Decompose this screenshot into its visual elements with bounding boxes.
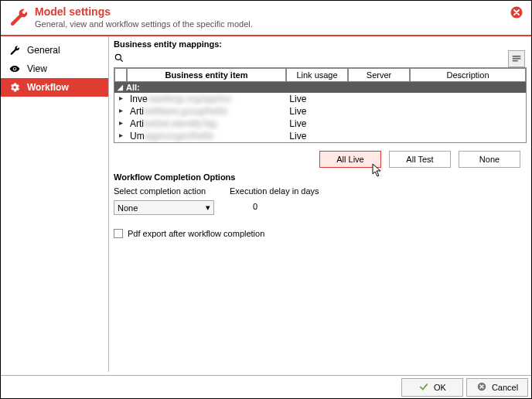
row-prefix: Arti — [130, 106, 144, 117]
row-prefix: Um — [130, 131, 145, 142]
row-usage: Live — [286, 130, 348, 142]
svg-rect-3 — [513, 58, 521, 60]
col-header-item[interactable]: Business entity item — [127, 68, 286, 82]
gear-icon — [9, 81, 21, 94]
dialog-subtitle: General, view and workflow settings of t… — [35, 19, 523, 29]
col-header-usage[interactable]: Link usage — [286, 68, 348, 82]
eye-icon — [9, 63, 21, 75]
svg-point-1 — [115, 54, 121, 60]
table-row[interactable]: ▸ UmlagerungenRefId Live — [114, 130, 526, 142]
delay-value[interactable]: 0 — [230, 202, 319, 211]
row-prefix: Arti — [130, 118, 144, 129]
table-row[interactable]: ▸ ArtikelSet.identifyTag Live — [114, 118, 526, 130]
search-icon[interactable] — [114, 53, 124, 63]
mappings-table: Business entity item Link usage Server D… — [114, 67, 527, 143]
group-label: All: — [126, 83, 140, 92]
redacted-text: ntarMngr.orgAppSvc — [148, 94, 232, 104]
check-icon — [418, 381, 429, 394]
collapse-icon: ◢ — [118, 84, 123, 91]
cancel-icon — [476, 381, 487, 394]
pdf-export-checkbox[interactable] — [114, 229, 123, 238]
col-header-server[interactable]: Server — [348, 68, 410, 82]
wrench-icon — [9, 7, 29, 27]
cancel-button[interactable]: Cancel — [466, 378, 528, 397]
column-chooser-button[interactable] — [508, 50, 525, 67]
redacted-text: kelSet.identifyTag — [144, 118, 217, 129]
sidebar-item-label: View — [27, 63, 47, 74]
expand-icon[interactable]: ▸ — [114, 105, 127, 118]
dialog-header: Model settings General, view and workflo… — [1, 1, 531, 36]
main-panel: Business entity mappings: Business entit… — [109, 36, 531, 372]
row-usage: Live — [286, 105, 348, 118]
sidebar-item-label: General — [27, 45, 60, 56]
cursor-icon — [372, 163, 383, 180]
sidebar-item-view[interactable]: View — [1, 60, 108, 78]
action-label: Select completion action — [114, 186, 214, 196]
action-value: None — [118, 203, 138, 213]
svg-rect-2 — [513, 56, 521, 57]
sidebar-item-general[interactable]: General — [1, 41, 108, 60]
wco-title: Workflow Completion Options — [114, 169, 531, 186]
row-prefix: Inve — [130, 94, 148, 104]
sidebar-item-label: Workflow — [27, 82, 69, 93]
all-test-button[interactable]: All Test — [389, 151, 451, 168]
chevron-down-icon: ▾ — [206, 203, 210, 213]
wrench-icon — [9, 44, 21, 56]
none-button[interactable]: None — [459, 151, 520, 168]
group-row-all[interactable]: ◢ All: — [114, 82, 526, 93]
dialog-title: Model settings — [35, 5, 523, 18]
row-usage: Live — [286, 118, 348, 130]
expand-icon[interactable]: ▸ — [114, 130, 127, 142]
section-title: Business entity mappings: — [114, 39, 531, 50]
ok-label: OK — [434, 383, 446, 392]
redacted-text: kelMaint.groupRefId — [144, 106, 227, 117]
sidebar-item-workflow[interactable]: Workflow — [1, 78, 108, 97]
table-row[interactable]: ▸ ArtikelMaint.groupRefId Live — [114, 105, 526, 118]
redacted-text: lagerungenRefId — [145, 131, 213, 142]
sidebar: General View Workflow — [1, 36, 109, 372]
col-header-desc[interactable]: Description — [410, 68, 526, 82]
pdf-export-label: Pdf export after workflow completion — [128, 229, 264, 238]
row-usage: Live — [286, 93, 348, 105]
ok-button[interactable]: OK — [401, 378, 463, 397]
delay-label: Execution delay in days — [230, 186, 319, 196]
completion-action-select[interactable]: None ▾ — [114, 200, 214, 215]
table-row[interactable]: ▸ InventarMngr.orgAppSvc Live — [114, 93, 526, 105]
svg-rect-4 — [513, 60, 518, 62]
dialog-footer: OK Cancel — [1, 375, 531, 398]
close-button[interactable] — [510, 5, 523, 19]
expand-icon[interactable]: ▸ — [114, 93, 127, 105]
expand-icon[interactable]: ▸ — [114, 118, 127, 130]
cancel-label: Cancel — [492, 383, 518, 392]
